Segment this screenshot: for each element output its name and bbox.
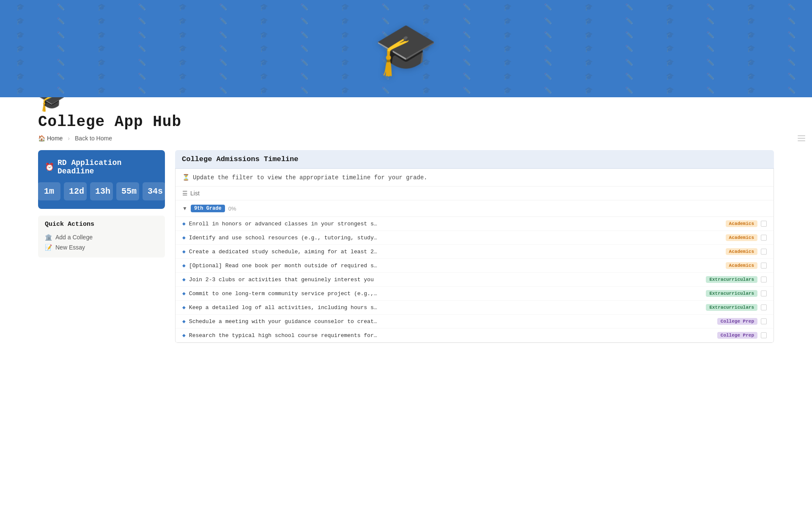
add-college-action[interactable]: 🏛️ Add a College — [45, 232, 158, 242]
task-checkbox[interactable] — [761, 318, 767, 324]
alarm-icon: ⏰ — [45, 162, 54, 172]
task-checkbox[interactable] — [761, 290, 767, 296]
tag-college-prep: College Prep — [717, 318, 757, 325]
scrollbar-indicator — [798, 135, 805, 141]
table-row: ◆ Research the typical high school cours… — [176, 329, 774, 343]
task-text: Schedule a meeting with your guidance co… — [189, 318, 714, 325]
page-meta: 🎓 College App Hub 🏠 Home › Back to Home — [0, 97, 812, 142]
header-cap-icon: 🎓 — [374, 23, 438, 74]
home-label: Home — [47, 135, 63, 142]
home-breadcrumb[interactable]: 🏠 Home — [38, 135, 63, 142]
table-row: ◆ Commit to one long-term community serv… — [176, 287, 774, 301]
main-layout: ⏰ RD Application Deadline 1m 12d 13h 55m… — [0, 142, 812, 360]
new-essay-action[interactable]: 📝 New Essay — [45, 242, 158, 252]
diamond-icon: ◆ — [182, 318, 186, 325]
list-label-text: List — [190, 190, 200, 197]
quick-actions-title: Quick Actions — [45, 221, 158, 228]
tag-academics: Academics — [726, 248, 757, 255]
list-label[interactable]: ☰ List — [176, 186, 774, 200]
page-title: College App Hub — [38, 113, 774, 131]
diamond-icon: ◆ — [182, 220, 186, 227]
diamond-icon: ◆ — [182, 304, 186, 311]
table-row: ◆ Create a dedicated study schedule, aim… — [176, 245, 774, 259]
scrollbar-line — [798, 140, 805, 141]
essay-icon: 📝 — [45, 244, 52, 251]
countdown-months: 1m — [38, 182, 60, 200]
grade-row[interactable]: ▼ 9th Grade 0% — [176, 200, 774, 217]
countdown-days: 12d — [64, 182, 87, 200]
grade-pct: 0% — [228, 206, 236, 212]
filter-note: ⏳ Update the filter to view the appropri… — [176, 169, 774, 186]
tag-academics: Academics — [726, 262, 757, 269]
tag-academics: Academics — [726, 220, 757, 227]
breadcrumb-separator: › — [68, 135, 70, 142]
countdown-minutes: 55m — [116, 182, 139, 200]
task-text: Keep a detailed log of all activities, i… — [189, 304, 703, 311]
diamond-icon: ◆ — [182, 248, 186, 255]
task-checkbox[interactable] — [761, 249, 767, 255]
diamond-icon: ◆ — [182, 262, 186, 269]
left-sidebar: ⏰ RD Application Deadline 1m 12d 13h 55m… — [38, 150, 165, 343]
hourglass-icon: ⏳ — [182, 174, 189, 181]
grade-badge: 9th Grade — [191, 205, 225, 212]
timeline-body: ⏳ Update the filter to view the appropri… — [175, 169, 774, 343]
college-icon: 🏛️ — [45, 234, 52, 241]
table-row: ◆ Keep a detailed log of all activities,… — [176, 301, 774, 315]
task-checkbox[interactable] — [761, 221, 767, 227]
task-text: Enroll in honors or advanced classes in … — [189, 221, 722, 227]
task-text: Identify and use school resources (e.g.,… — [189, 235, 722, 241]
back-to-home-link[interactable]: Back to Home — [75, 135, 112, 142]
deadline-label: RD Application Deadline — [58, 159, 158, 175]
deadline-widget: ⏰ RD Application Deadline 1m 12d 13h 55m… — [38, 150, 165, 209]
task-text: Create a dedicated study schedule, aimin… — [189, 249, 722, 255]
task-checkbox[interactable] — [761, 263, 767, 269]
task-checkbox[interactable] — [761, 277, 767, 282]
tag-extracurriculars: Extracurriculars — [706, 290, 757, 297]
filter-note-text: Update the filter to view the appropriat… — [193, 174, 428, 181]
task-checkbox[interactable] — [761, 235, 767, 241]
home-icon: 🏠 — [38, 135, 45, 142]
deadline-title: ⏰ RD Application Deadline — [45, 159, 158, 175]
countdown-hours: 13h — [90, 182, 113, 200]
tag-extracurriculars: Extracurriculars — [706, 276, 757, 283]
task-text: Commit to one long-term community servic… — [189, 290, 703, 297]
scrollbar-line — [798, 138, 805, 139]
countdown-seconds: 34s — [143, 182, 165, 200]
right-content: College Admissions Timeline ⏳ Update the… — [175, 150, 774, 343]
task-text: Research the typical high school course … — [189, 332, 714, 339]
tag-extracurriculars: Extracurriculars — [706, 304, 757, 311]
diamond-icon: ◆ — [182, 332, 186, 339]
scrollbar-line — [798, 135, 805, 136]
tag-academics: Academics — [726, 234, 757, 241]
diamond-icon: ◆ — [182, 276, 186, 283]
breadcrumb: 🏠 Home › Back to Home — [38, 135, 774, 142]
table-row: ◆ Enroll in honors or advanced classes i… — [176, 217, 774, 231]
new-essay-label: New Essay — [55, 244, 85, 251]
task-checkbox[interactable] — [761, 304, 767, 310]
tag-college-prep: College Prep — [717, 332, 757, 339]
countdown-grid: 1m 12d 13h 55m 34s — [45, 182, 158, 200]
table-row: ◆ Schedule a meeting with your guidance … — [176, 315, 774, 329]
task-text: Join 2-3 clubs or activities that genuin… — [189, 277, 703, 283]
list-icon: ☰ — [182, 190, 188, 197]
task-text: [Optional] Read one book per month outsi… — [189, 263, 722, 269]
chevron-down-icon: ▼ — [182, 206, 187, 211]
table-row: ◆ Join 2-3 clubs or activities that genu… — [176, 273, 774, 287]
task-checkbox[interactable] — [761, 332, 767, 338]
timeline-header: College Admissions Timeline — [175, 150, 774, 169]
quick-actions-widget: Quick Actions 🏛️ Add a College 📝 New Ess… — [38, 216, 165, 258]
add-college-label: Add a College — [55, 234, 93, 241]
diamond-icon: ◆ — [182, 234, 186, 241]
table-row: ◆ Identify and use school resources (e.g… — [176, 231, 774, 245]
table-row: ◆ [Optional] Read one book per month out… — [176, 259, 774, 273]
header-banner: // Will be rendered by JS below 🎓✏️🎓✏️🎓✏… — [0, 0, 812, 97]
diamond-icon: ◆ — [182, 290, 186, 297]
